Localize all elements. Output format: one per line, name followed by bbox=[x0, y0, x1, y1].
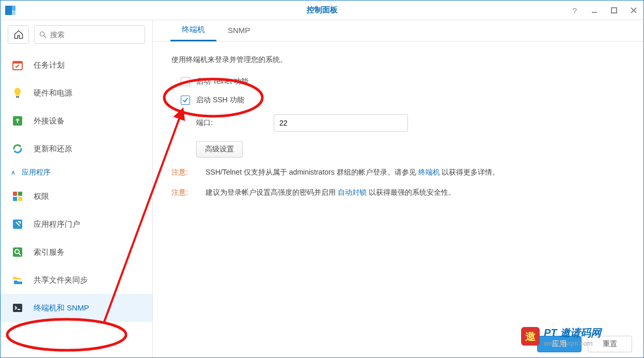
svg-rect-16 bbox=[18, 197, 22, 201]
refresh-icon bbox=[11, 142, 24, 155]
sidebar-item-external-devices[interactable]: 外接设备 bbox=[1, 107, 152, 135]
sidebar-item-label: 更新和还原 bbox=[34, 144, 72, 154]
search-input[interactable] bbox=[50, 30, 140, 39]
svg-rect-13 bbox=[13, 192, 17, 196]
telnet-label: 启动 Telnet 功能 bbox=[196, 77, 248, 86]
note-label-2: 注意: bbox=[171, 187, 195, 198]
minimize-button[interactable] bbox=[585, 1, 604, 20]
search-box[interactable] bbox=[34, 25, 145, 44]
telnet-checkbox[interactable] bbox=[181, 77, 190, 86]
port-label: 端口: bbox=[196, 118, 253, 128]
search-icon bbox=[39, 30, 47, 39]
tabs: 终端机 SNMP bbox=[153, 20, 643, 42]
help-button[interactable]: ? bbox=[565, 1, 585, 20]
sidebar-item-label: 权限 bbox=[34, 192, 49, 201]
svg-rect-21 bbox=[13, 304, 22, 312]
grid-icon bbox=[11, 190, 24, 203]
svg-rect-14 bbox=[18, 192, 22, 196]
search-green-icon bbox=[11, 245, 24, 259]
note-label-1: 注意: bbox=[171, 167, 195, 178]
autoblock-link[interactable]: 自动封锁 bbox=[338, 188, 367, 196]
tab-terminal[interactable]: 终端机 bbox=[170, 20, 216, 41]
window-title: 控制面板 bbox=[1, 5, 643, 15]
svg-rect-10 bbox=[13, 61, 22, 64]
svg-rect-15 bbox=[13, 197, 17, 201]
sidebar-item-label: 索引服务 bbox=[34, 247, 65, 257]
ssh-checkbox[interactable] bbox=[181, 96, 190, 105]
sidebar-item-label: 应用程序门户 bbox=[34, 220, 80, 229]
section-header-apps[interactable]: ∧ 应用程序 bbox=[1, 163, 152, 182]
sidebar-item-app-portal[interactable]: 应用程序门户 bbox=[1, 210, 152, 238]
maximize-button[interactable] bbox=[604, 1, 624, 20]
apply-button[interactable]: 应用 bbox=[537, 336, 582, 352]
sidebar-item-hardware-power[interactable]: 硬件和电源 bbox=[1, 79, 152, 107]
close-button[interactable] bbox=[624, 1, 643, 20]
note-text-2: 建议为登录帐户设置高强度的密码并启用 自动封锁 以获得最强的系统安全性。 bbox=[206, 187, 455, 198]
sidebar-item-privileges[interactable]: 权限 bbox=[1, 182, 152, 210]
main-content: 终端机 SNMP 使用终端机来登录并管理您的系统。 启动 Telnet 功能 启… bbox=[153, 20, 643, 357]
terminal-icon bbox=[11, 301, 24, 315]
sidebar: 任务计划 硬件和电源 外接设备 更新和还原 ∧ bbox=[1, 20, 153, 357]
reset-button[interactable]: 重置 bbox=[588, 336, 632, 352]
note-text-1: SSH/Telnet 仅支持从属于 administrators 群组的帐户登录… bbox=[206, 167, 499, 178]
terminal-link[interactable]: 终端机 bbox=[418, 168, 440, 176]
svg-rect-18 bbox=[13, 247, 22, 257]
svg-line-8 bbox=[44, 36, 46, 38]
upload-icon bbox=[11, 114, 24, 128]
port-input[interactable] bbox=[274, 114, 408, 132]
svg-rect-4 bbox=[611, 8, 617, 13]
sidebar-item-update-restore[interactable]: 更新和还原 bbox=[1, 135, 152, 163]
home-button[interactable] bbox=[8, 25, 29, 44]
bulb-icon bbox=[11, 86, 24, 100]
titlebar: 控制面板 ? bbox=[1, 1, 643, 20]
sidebar-item-label: 硬件和电源 bbox=[34, 88, 72, 98]
sidebar-item-indexing[interactable]: 索引服务 bbox=[1, 238, 152, 266]
calendar-icon bbox=[11, 58, 24, 72]
folder-sync-icon bbox=[11, 273, 24, 287]
sidebar-item-task-scheduler[interactable]: 任务计划 bbox=[1, 51, 152, 79]
sidebar-item-label: 外接设备 bbox=[34, 116, 65, 126]
ssh-label: 启动 SSH 功能 bbox=[196, 96, 244, 105]
intro-text: 使用终端机来登录并管理您的系统。 bbox=[171, 55, 625, 65]
portal-icon bbox=[11, 217, 24, 231]
sidebar-item-label: 共享文件夹同步 bbox=[34, 275, 88, 285]
svg-point-7 bbox=[40, 32, 44, 36]
sidebar-item-label: 任务计划 bbox=[34, 60, 65, 70]
tab-snmp[interactable]: SNMP bbox=[216, 21, 261, 41]
sidebar-item-label: 终端机和 SNMP bbox=[34, 303, 89, 313]
advanced-settings-button[interactable]: 高级设置 bbox=[196, 141, 243, 158]
section-header-label: 应用程序 bbox=[22, 168, 51, 177]
svg-rect-11 bbox=[16, 96, 19, 98]
chevron-up-icon: ∧ bbox=[11, 169, 15, 176]
sidebar-item-terminal-snmp[interactable]: 终端机和 SNMP bbox=[1, 294, 152, 322]
sidebar-item-folder-sync[interactable]: 共享文件夹同步 bbox=[1, 266, 152, 294]
